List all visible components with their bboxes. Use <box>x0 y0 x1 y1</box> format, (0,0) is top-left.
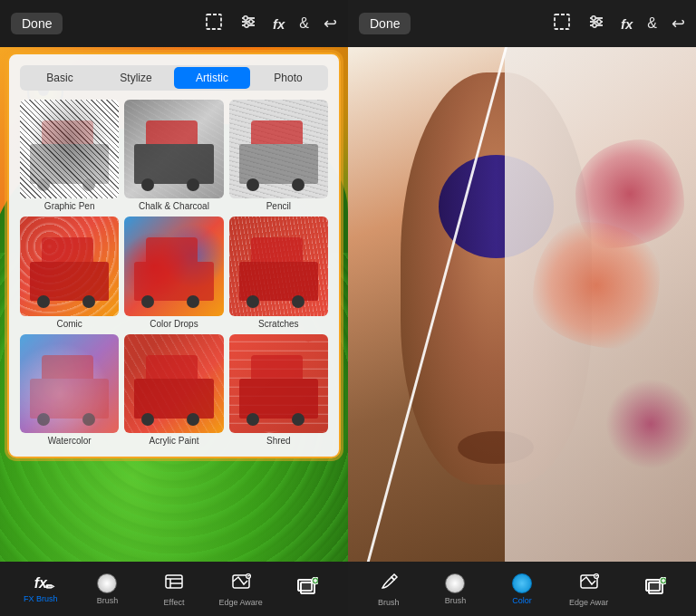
bottom-tool-layers-left[interactable] <box>284 577 331 601</box>
adjustments-icon-left[interactable] <box>238 12 258 36</box>
bottom-tool-brush-right[interactable]: Brush <box>365 572 412 607</box>
edge-aware-icon-left <box>231 572 251 595</box>
brush-size-label-right: Brush <box>445 596 467 605</box>
ampersand-icon-left[interactable]: & <box>299 15 309 32</box>
filter-shred[interactable]: Shred <box>229 334 328 446</box>
bloom-3 <box>605 379 696 469</box>
fx-brush-label: FX Brush <box>24 594 58 603</box>
filter-label-comic: Comic <box>20 319 119 329</box>
svg-rect-7 <box>166 575 182 588</box>
brush-icon-right <box>379 572 399 595</box>
layers-icon-right <box>644 577 666 601</box>
color-icon <box>512 573 532 593</box>
brush-label-left: Brush <box>97 596 119 605</box>
edge-aware-label-right: Edge Aware <box>569 598 608 607</box>
filter-label-watercolor: Watercolor <box>20 436 119 446</box>
tab-stylize[interactable]: Stylize <box>98 67 174 89</box>
tab-artistic[interactable]: Artistic <box>174 67 250 89</box>
left-toolbar: Done fx & <box>0 0 348 47</box>
car-shape-4 <box>30 262 109 302</box>
bloom-2 <box>533 222 660 349</box>
layers-icon-left <box>296 577 318 601</box>
filter-label-color-drops: Color Drops <box>124 319 223 329</box>
filter-label-scratches: Scratches <box>229 319 328 329</box>
effect-icon <box>164 572 184 595</box>
right-toolbar: Done fx & ↩ <box>348 0 696 47</box>
svg-point-27 <box>593 23 596 26</box>
filter-label-shred: Shred <box>229 436 328 446</box>
filter-label-pencil: Pencil <box>229 201 328 211</box>
bottom-tool-fx-brush[interactable]: fx ✏ FX Brush <box>17 575 64 603</box>
filter-thumb-shred <box>229 334 328 433</box>
bottom-tool-edge-aware-left[interactable]: Edge Aware <box>218 572 265 607</box>
watercolor-blooms <box>452 99 696 510</box>
filter-pencil[interactable]: Pencil <box>229 100 328 211</box>
selection-icon-left[interactable] <box>204 12 224 36</box>
adjustments-icon-right[interactable] <box>586 12 606 36</box>
filter-graphic-pen[interactable]: Graphic Pen <box>20 100 119 211</box>
fx-icon-left[interactable]: fx <box>273 16 285 32</box>
filter-thumb-acrylic <box>124 334 223 433</box>
filter-grid: Graphic Pen Chalk & Charcoal Pencil Comi… <box>20 100 328 446</box>
undo-icon-right[interactable]: ↩ <box>672 14 685 34</box>
brush-size-icon-right <box>445 573 465 593</box>
filter-thumb-scratches <box>229 217 328 315</box>
bottom-tool-color[interactable]: Color <box>498 573 546 605</box>
undo-icon-left[interactable]: ↩ <box>324 14 337 34</box>
svg-point-4 <box>244 15 247 19</box>
edge-aware-icon-right <box>579 572 599 595</box>
car-shape-9 <box>239 379 319 419</box>
fx-icon-right[interactable]: fx <box>621 16 633 32</box>
left-toolbar-icons: fx & ↩ <box>204 12 337 36</box>
brush-label-right: Brush <box>378 598 400 607</box>
filter-thumb-chalk <box>124 100 223 198</box>
car-shape-3 <box>239 144 319 184</box>
svg-point-25 <box>592 15 595 19</box>
filter-acrylic-paint[interactable]: Acrylic Paint <box>124 334 223 446</box>
filter-popup: Basic Stylize Artistic Photo Graphic Pen… <box>7 53 341 458</box>
right-portrait-image <box>348 47 696 562</box>
right-panel: Done fx & ↩ <box>348 0 696 616</box>
left-panel: Done fx & <box>0 0 348 616</box>
right-bottom-toolbar: Brush Brush Color Edge Aware <box>348 562 696 616</box>
tab-basic[interactable]: Basic <box>22 67 98 89</box>
selection-icon-right[interactable] <box>552 12 572 36</box>
effect-label: Effect <box>164 598 185 607</box>
filter-color-drops[interactable]: Color Drops <box>124 217 223 328</box>
filter-thumb-comic <box>20 217 119 315</box>
car-shape-6 <box>239 262 319 302</box>
car-shape-2 <box>134 144 213 184</box>
svg-point-6 <box>245 23 248 26</box>
ampersand-icon-right[interactable]: & <box>647 15 657 32</box>
left-bottom-toolbar: fx ✏ FX Brush Brush Effect <box>0 562 348 616</box>
car-shape-8 <box>134 379 213 419</box>
filter-thumb-pencil <box>229 100 328 198</box>
filter-thumb-color-drops <box>124 217 223 315</box>
filter-chalk-charcoal[interactable]: Chalk & Charcoal <box>124 100 223 211</box>
bottom-tool-layers-right[interactable] <box>632 577 679 601</box>
bottom-tool-brush-size-right[interactable]: Brush <box>431 573 478 605</box>
fx-brush-icon: fx ✏ <box>34 575 47 592</box>
svg-rect-0 <box>207 14 221 29</box>
car-shape-7 <box>30 379 109 419</box>
svg-point-5 <box>249 19 253 23</box>
filter-comic[interactable]: Comic <box>20 217 119 328</box>
bottom-tool-effect[interactable]: Effect <box>150 572 198 607</box>
tab-photo[interactable]: Photo <box>250 67 326 89</box>
filter-watercolor[interactable]: Watercolor <box>20 334 119 446</box>
bottom-tool-edge-aware-right[interactable]: Edge Aware <box>566 572 613 607</box>
bottom-tool-brush-left[interactable]: Brush <box>83 573 130 605</box>
svg-point-26 <box>597 19 601 23</box>
svg-rect-21 <box>555 14 569 29</box>
brush-size-icon-left <box>97 573 117 593</box>
edge-aware-label-left: Edge Aware <box>218 598 262 607</box>
filter-scratches[interactable]: Scratches <box>229 217 328 328</box>
done-button-left[interactable]: Done <box>11 13 63 34</box>
filter-tabs: Basic Stylize Artistic Photo <box>20 65 328 91</box>
color-label: Color <box>512 596 532 605</box>
filter-thumb-graphic-pen <box>20 100 119 198</box>
filter-label-chalk: Chalk & Charcoal <box>124 201 223 211</box>
car-shape-5 <box>134 262 213 302</box>
right-toolbar-icons: fx & ↩ <box>552 12 685 36</box>
done-button-right[interactable]: Done <box>359 13 411 34</box>
